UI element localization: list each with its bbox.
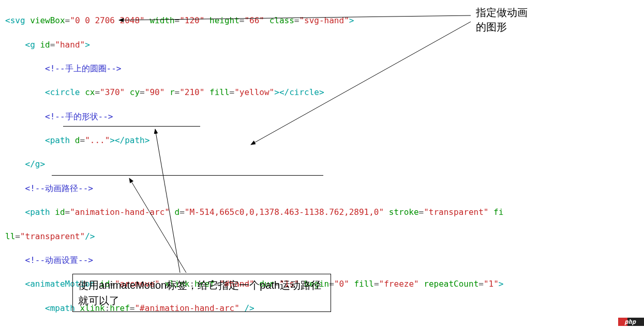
code-line: <!--动画路径--> [5, 182, 503, 194]
code-line: <!--手上的圆圈--> [5, 63, 503, 74]
annotation-text: 指定做动画 [476, 5, 528, 20]
annotation-text: 使用animateMotion标签，给它指定一个path运动路径就可以了 [78, 279, 321, 306]
annotation-text: 的图形 [476, 20, 528, 34]
code-line: <path d="..."></path> [5, 134, 503, 146]
watermark: php [618, 318, 642, 326]
annotation-box: 使用animateMotion标签，给它指定一个path运动路径就可以了 [72, 274, 331, 312]
code-line: <svg viewBox="0 0 2706 2048" width="120"… [5, 14, 503, 26]
code-line: <!--手的形状--> [5, 111, 503, 122]
code-line: <g id="hand"> [5, 39, 503, 51]
code-line: </animateMotion> [5, 326, 503, 328]
code-line: <path id="animation-hand-arc" d="M-514,6… [5, 206, 503, 218]
code-line: <!--动画设置--> [5, 254, 503, 266]
underline-path-id [63, 126, 200, 127]
code-line: </g> [5, 158, 503, 170]
underline-mpath [52, 175, 323, 176]
annotation-right: 指定做动画 的图形 [476, 5, 528, 34]
code-line: ll="transparent"/> [5, 230, 503, 242]
code-line: <circle cx="370" cy="90" r="210" fill="y… [5, 86, 503, 98]
